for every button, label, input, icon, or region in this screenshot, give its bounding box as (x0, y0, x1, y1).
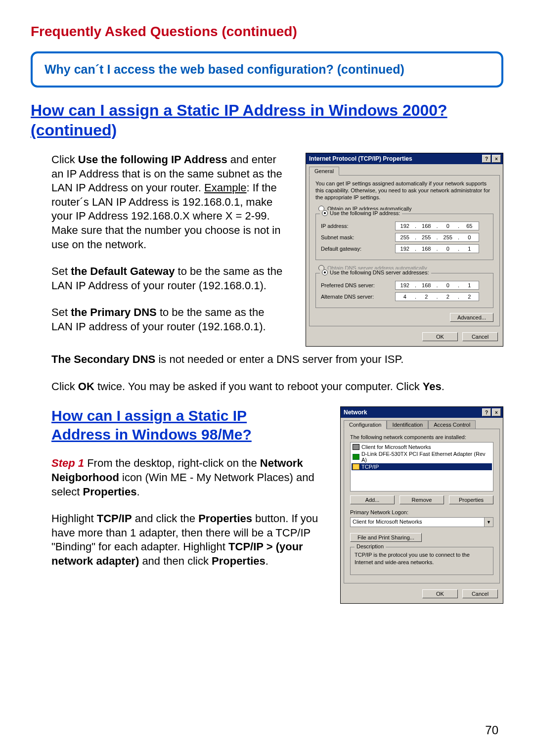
description-group-label: Description (355, 543, 386, 549)
ok-button[interactable]: OK (422, 332, 458, 341)
ip-octet: 0 (439, 245, 457, 253)
ip-octet: 192 (396, 281, 414, 289)
label-subnet-mask: Subnet mask: (321, 234, 395, 240)
primary-logon-label: Primary Network Logon: (350, 509, 493, 515)
step1-para: Step 1 From the desktop, right-click on … (51, 456, 325, 499)
close-icon[interactable]: × (492, 155, 501, 163)
cancel-button[interactable]: Cancel (462, 589, 498, 598)
question-heading-win98me: How can I assign a Static IP Address in … (51, 406, 309, 444)
page-number: 70 (485, 723, 498, 737)
adapter-icon (353, 454, 359, 460)
question-heading-win2000: How can I assign a Static IP Address in … (31, 100, 503, 140)
cancel-button[interactable]: Cancel (462, 332, 498, 341)
step1b-para: Highlight TCP/IP and click the Propertie… (51, 512, 325, 568)
description-text: TCP/IP is the protocol you use to connec… (355, 551, 489, 566)
ip-octet: 168 (417, 245, 436, 253)
instruction-para-1: Click Use the following IP Address and e… (51, 153, 284, 252)
ip-octet: 1 (460, 245, 479, 253)
ip-octet: 192 (396, 222, 414, 230)
advanced-button[interactable]: Advanced... (450, 313, 493, 322)
tab-configuration[interactable]: Configuration (344, 420, 387, 429)
ip-octet: 0 (439, 281, 457, 289)
label-default-gateway: Default gateway: (321, 246, 395, 252)
dialog-title: Network (344, 409, 367, 416)
radio-icon[interactable] (322, 269, 328, 275)
help-icon[interactable]: ? (482, 408, 491, 416)
protocol-icon (353, 464, 359, 470)
faq-banner-text: Why can´t I access the web based configu… (44, 62, 490, 77)
ip-octet: 2 (417, 293, 436, 301)
instruction-para-5: Click OK twice. You may be asked if you … (51, 380, 503, 394)
radio-icon[interactable] (322, 210, 328, 216)
radio-use-following-dns[interactable]: Use the following DNS server addresses: (330, 269, 429, 275)
list-item[interactable]: D-Link DFE-530TX PCI Fast Ethernet Adapt… (352, 450, 492, 463)
ip-octet: 168 (417, 222, 436, 230)
remove-button[interactable]: Remove (400, 495, 444, 504)
network-dialog-98: Network ? × ConfigurationIdentificationA… (340, 406, 503, 604)
dialog-description: You can get IP settings assigned automat… (315, 180, 493, 201)
ip-octet: 0 (439, 222, 457, 230)
ip-octet: 255 (439, 233, 457, 241)
tab-access-control[interactable]: Access Control (428, 420, 476, 429)
ip-octet: 1 (460, 281, 479, 289)
ip-octet: 4 (396, 293, 414, 301)
ip-octet: 192 (396, 245, 414, 253)
instruction-para-4: The Secondary DNS is not needed or enter… (51, 353, 503, 367)
preferred-dns-input[interactable]: 192. 168. 0. 1 (395, 281, 479, 290)
label-alternate-dns: Alternate DNS server: (321, 294, 395, 300)
tab-identification[interactable]: Identification (387, 420, 428, 429)
ip-octet: 65 (460, 222, 479, 230)
ip-octet: 2 (460, 293, 479, 301)
ip-octet: 255 (396, 233, 414, 241)
file-print-sharing-button[interactable]: File and Print Sharing... (350, 533, 422, 542)
label-ip-address: IP address: (321, 223, 395, 229)
ok-button[interactable]: OK (422, 589, 458, 598)
tab-general[interactable]: General (309, 167, 339, 176)
help-icon[interactable]: ? (482, 155, 491, 163)
list-item[interactable]: Client for Microsoft Networks (352, 444, 492, 450)
list-item-label: D-Link DFE-530TX PCI Fast Ethernet Adapt… (361, 451, 491, 463)
properties-button[interactable]: Properties (449, 495, 493, 504)
tcpip-properties-dialog: Internet Protocol (TCP/IP) Properties ? … (306, 153, 503, 347)
close-icon[interactable]: × (492, 408, 501, 416)
list-item-label: Client for Microsoft Networks (361, 444, 431, 450)
dialog-titlebar: Internet Protocol (TCP/IP) Properties ? … (306, 153, 503, 164)
instruction-para-2: Set the Default Gateway to be the same a… (51, 265, 284, 293)
ip-octet: 255 (417, 233, 436, 241)
ip-octet: 2 (439, 293, 457, 301)
subnet-mask-input[interactable]: 255. 255. 255. 0 (395, 233, 479, 242)
radio-use-following-ip[interactable]: Use the following IP address: (330, 210, 400, 216)
ip-octet: 168 (417, 281, 436, 289)
primary-logon-combo[interactable]: Client for Microsoft Networks ▼ (350, 517, 493, 527)
instruction-para-3: Set the Primary DNS to be the same as th… (51, 306, 284, 334)
label-preferred-dns: Preferred DNS server: (321, 282, 395, 288)
components-label: The following network components are ins… (350, 434, 493, 440)
dialog-titlebar: Network ? × (341, 407, 503, 418)
faq-banner: Why can´t I access the web based configu… (31, 51, 503, 88)
ip-address-input[interactable]: 192. 168. 0. 65 (395, 222, 479, 230)
alternate-dns-input[interactable]: 4. 2. 2. 2 (395, 292, 479, 301)
add-button[interactable]: Add... (350, 495, 395, 504)
list-item-label: TCP/IP (361, 464, 379, 470)
chevron-down-icon[interactable]: ▼ (484, 518, 493, 527)
ip-octet: 0 (460, 233, 479, 241)
client-icon (353, 444, 359, 450)
faq-section-title: Frequently Asked Questions (continued) (31, 24, 503, 40)
list-item[interactable]: TCP/IP (352, 463, 492, 470)
components-listbox[interactable]: Client for Microsoft Networks D-Link DFE… (350, 442, 493, 491)
dialog-title: Internet Protocol (TCP/IP) Properties (309, 155, 412, 162)
combo-value: Client for Microsoft Networks (351, 518, 484, 527)
default-gateway-input[interactable]: 192. 168. 0. 1 (395, 244, 479, 253)
